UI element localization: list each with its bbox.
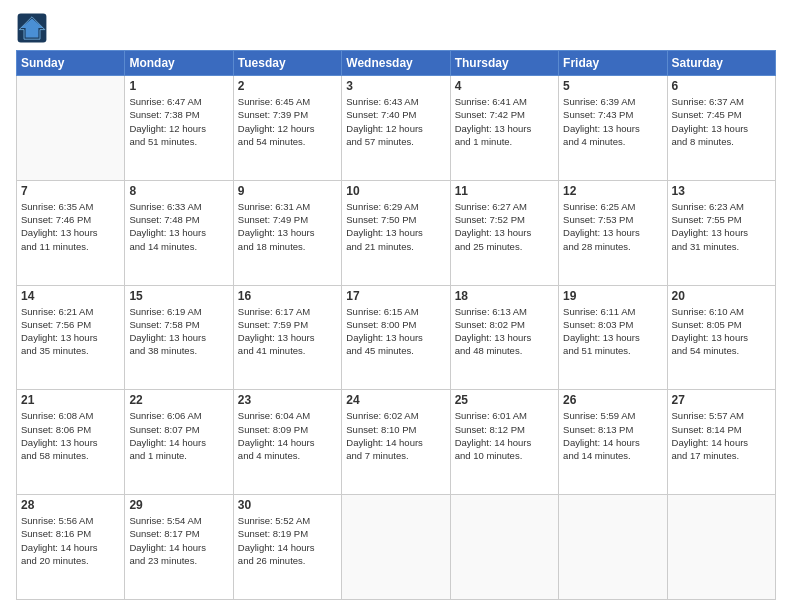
day-info: Sunrise: 6:13 AM Sunset: 8:02 PM Dayligh… [455, 305, 554, 358]
calendar-header-row: SundayMondayTuesdayWednesdayThursdayFrid… [17, 51, 776, 76]
weekday-header: Sunday [17, 51, 125, 76]
calendar-cell [342, 495, 450, 600]
day-info: Sunrise: 6:02 AM Sunset: 8:10 PM Dayligh… [346, 409, 445, 462]
day-number: 20 [672, 289, 771, 303]
day-info: Sunrise: 6:01 AM Sunset: 8:12 PM Dayligh… [455, 409, 554, 462]
day-info: Sunrise: 5:56 AM Sunset: 8:16 PM Dayligh… [21, 514, 120, 567]
calendar-cell: 2Sunrise: 6:45 AM Sunset: 7:39 PM Daylig… [233, 76, 341, 181]
day-info: Sunrise: 6:33 AM Sunset: 7:48 PM Dayligh… [129, 200, 228, 253]
calendar-cell: 29Sunrise: 5:54 AM Sunset: 8:17 PM Dayli… [125, 495, 233, 600]
day-info: Sunrise: 5:54 AM Sunset: 8:17 PM Dayligh… [129, 514, 228, 567]
calendar-cell: 12Sunrise: 6:25 AM Sunset: 7:53 PM Dayli… [559, 180, 667, 285]
day-number: 7 [21, 184, 120, 198]
day-number: 2 [238, 79, 337, 93]
day-number: 19 [563, 289, 662, 303]
calendar-cell: 28Sunrise: 5:56 AM Sunset: 8:16 PM Dayli… [17, 495, 125, 600]
day-number: 4 [455, 79, 554, 93]
day-number: 22 [129, 393, 228, 407]
calendar-cell: 15Sunrise: 6:19 AM Sunset: 7:58 PM Dayli… [125, 285, 233, 390]
day-number: 15 [129, 289, 228, 303]
calendar-cell: 21Sunrise: 6:08 AM Sunset: 8:06 PM Dayli… [17, 390, 125, 495]
day-info: Sunrise: 6:31 AM Sunset: 7:49 PM Dayligh… [238, 200, 337, 253]
calendar-cell: 11Sunrise: 6:27 AM Sunset: 7:52 PM Dayli… [450, 180, 558, 285]
day-info: Sunrise: 6:39 AM Sunset: 7:43 PM Dayligh… [563, 95, 662, 148]
weekday-header: Saturday [667, 51, 775, 76]
day-info: Sunrise: 5:57 AM Sunset: 8:14 PM Dayligh… [672, 409, 771, 462]
day-info: Sunrise: 6:10 AM Sunset: 8:05 PM Dayligh… [672, 305, 771, 358]
day-number: 1 [129, 79, 228, 93]
calendar-cell: 22Sunrise: 6:06 AM Sunset: 8:07 PM Dayli… [125, 390, 233, 495]
day-number: 9 [238, 184, 337, 198]
day-info: Sunrise: 6:23 AM Sunset: 7:55 PM Dayligh… [672, 200, 771, 253]
calendar-cell: 17Sunrise: 6:15 AM Sunset: 8:00 PM Dayli… [342, 285, 450, 390]
day-info: Sunrise: 6:19 AM Sunset: 7:58 PM Dayligh… [129, 305, 228, 358]
day-info: Sunrise: 5:59 AM Sunset: 8:13 PM Dayligh… [563, 409, 662, 462]
calendar-cell: 27Sunrise: 5:57 AM Sunset: 8:14 PM Dayli… [667, 390, 775, 495]
logo [16, 12, 52, 44]
day-info: Sunrise: 6:35 AM Sunset: 7:46 PM Dayligh… [21, 200, 120, 253]
day-info: Sunrise: 6:15 AM Sunset: 8:00 PM Dayligh… [346, 305, 445, 358]
day-number: 3 [346, 79, 445, 93]
calendar-cell: 3Sunrise: 6:43 AM Sunset: 7:40 PM Daylig… [342, 76, 450, 181]
calendar-week-row: 14Sunrise: 6:21 AM Sunset: 7:56 PM Dayli… [17, 285, 776, 390]
day-number: 11 [455, 184, 554, 198]
day-number: 18 [455, 289, 554, 303]
weekday-header: Friday [559, 51, 667, 76]
day-number: 21 [21, 393, 120, 407]
calendar-cell: 8Sunrise: 6:33 AM Sunset: 7:48 PM Daylig… [125, 180, 233, 285]
day-number: 14 [21, 289, 120, 303]
calendar-cell: 24Sunrise: 6:02 AM Sunset: 8:10 PM Dayli… [342, 390, 450, 495]
weekday-header: Thursday [450, 51, 558, 76]
day-number: 16 [238, 289, 337, 303]
day-number: 25 [455, 393, 554, 407]
weekday-header: Tuesday [233, 51, 341, 76]
calendar-cell: 23Sunrise: 6:04 AM Sunset: 8:09 PM Dayli… [233, 390, 341, 495]
logo-icon [16, 12, 48, 44]
day-info: Sunrise: 6:21 AM Sunset: 7:56 PM Dayligh… [21, 305, 120, 358]
day-info: Sunrise: 6:06 AM Sunset: 8:07 PM Dayligh… [129, 409, 228, 462]
calendar-cell: 14Sunrise: 6:21 AM Sunset: 7:56 PM Dayli… [17, 285, 125, 390]
calendar-cell [17, 76, 125, 181]
day-number: 10 [346, 184, 445, 198]
calendar-cell [559, 495, 667, 600]
day-info: Sunrise: 6:25 AM Sunset: 7:53 PM Dayligh… [563, 200, 662, 253]
calendar-week-row: 7Sunrise: 6:35 AM Sunset: 7:46 PM Daylig… [17, 180, 776, 285]
calendar-week-row: 28Sunrise: 5:56 AM Sunset: 8:16 PM Dayli… [17, 495, 776, 600]
calendar: SundayMondayTuesdayWednesdayThursdayFrid… [16, 50, 776, 600]
day-info: Sunrise: 6:43 AM Sunset: 7:40 PM Dayligh… [346, 95, 445, 148]
day-number: 17 [346, 289, 445, 303]
calendar-cell: 13Sunrise: 6:23 AM Sunset: 7:55 PM Dayli… [667, 180, 775, 285]
day-number: 5 [563, 79, 662, 93]
day-info: Sunrise: 6:17 AM Sunset: 7:59 PM Dayligh… [238, 305, 337, 358]
calendar-cell: 9Sunrise: 6:31 AM Sunset: 7:49 PM Daylig… [233, 180, 341, 285]
day-info: Sunrise: 6:11 AM Sunset: 8:03 PM Dayligh… [563, 305, 662, 358]
calendar-cell [450, 495, 558, 600]
calendar-cell: 18Sunrise: 6:13 AM Sunset: 8:02 PM Dayli… [450, 285, 558, 390]
day-info: Sunrise: 6:45 AM Sunset: 7:39 PM Dayligh… [238, 95, 337, 148]
calendar-cell: 10Sunrise: 6:29 AM Sunset: 7:50 PM Dayli… [342, 180, 450, 285]
day-number: 13 [672, 184, 771, 198]
calendar-cell: 6Sunrise: 6:37 AM Sunset: 7:45 PM Daylig… [667, 76, 775, 181]
day-number: 27 [672, 393, 771, 407]
day-info: Sunrise: 6:47 AM Sunset: 7:38 PM Dayligh… [129, 95, 228, 148]
calendar-week-row: 21Sunrise: 6:08 AM Sunset: 8:06 PM Dayli… [17, 390, 776, 495]
calendar-cell: 19Sunrise: 6:11 AM Sunset: 8:03 PM Dayli… [559, 285, 667, 390]
calendar-cell: 4Sunrise: 6:41 AM Sunset: 7:42 PM Daylig… [450, 76, 558, 181]
calendar-cell [667, 495, 775, 600]
weekday-header: Wednesday [342, 51, 450, 76]
day-number: 8 [129, 184, 228, 198]
day-info: Sunrise: 5:52 AM Sunset: 8:19 PM Dayligh… [238, 514, 337, 567]
calendar-cell: 30Sunrise: 5:52 AM Sunset: 8:19 PM Dayli… [233, 495, 341, 600]
day-info: Sunrise: 6:27 AM Sunset: 7:52 PM Dayligh… [455, 200, 554, 253]
weekday-header: Monday [125, 51, 233, 76]
day-info: Sunrise: 6:04 AM Sunset: 8:09 PM Dayligh… [238, 409, 337, 462]
day-number: 28 [21, 498, 120, 512]
day-info: Sunrise: 6:08 AM Sunset: 8:06 PM Dayligh… [21, 409, 120, 462]
day-number: 6 [672, 79, 771, 93]
day-number: 12 [563, 184, 662, 198]
calendar-cell: 26Sunrise: 5:59 AM Sunset: 8:13 PM Dayli… [559, 390, 667, 495]
day-number: 24 [346, 393, 445, 407]
calendar-week-row: 1Sunrise: 6:47 AM Sunset: 7:38 PM Daylig… [17, 76, 776, 181]
calendar-cell: 5Sunrise: 6:39 AM Sunset: 7:43 PM Daylig… [559, 76, 667, 181]
day-info: Sunrise: 6:37 AM Sunset: 7:45 PM Dayligh… [672, 95, 771, 148]
